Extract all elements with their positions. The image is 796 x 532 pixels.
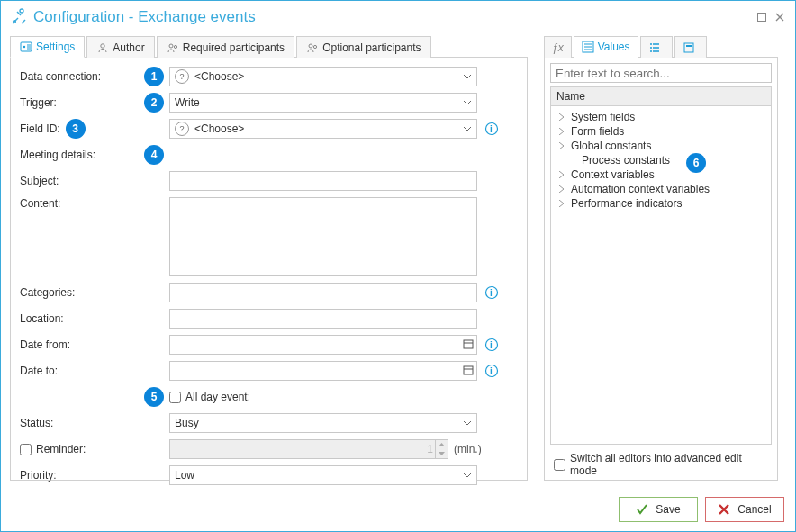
select-value: Low xyxy=(175,469,194,482)
svg-point-7 xyxy=(174,45,176,48)
svg-point-8 xyxy=(309,44,312,48)
label-date-from: Date from: xyxy=(20,338,144,351)
tab-settings[interactable]: Settings xyxy=(10,36,85,58)
svg-point-6 xyxy=(169,44,173,48)
calendar-icon[interactable] xyxy=(460,338,476,352)
tree-label: Performance indicators xyxy=(571,197,682,210)
checkbox-label: All day event: xyxy=(185,391,250,403)
required-participants-icon xyxy=(167,41,179,54)
subject-input[interactable] xyxy=(169,171,477,191)
info-icon[interactable]: i xyxy=(484,122,499,136)
spinner-up[interactable] xyxy=(435,440,448,449)
data-connection-select[interactable]: ?<Choose> xyxy=(169,67,477,86)
info-icon[interactable]: i xyxy=(484,285,499,300)
field-id-select[interactable]: ?<Choose> xyxy=(169,119,477,139)
date-to-input[interactable] xyxy=(169,361,477,381)
tree-node[interactable]: Context variables xyxy=(553,167,769,182)
select-value: <Choose> xyxy=(194,70,244,83)
tree-label: Automation context variables xyxy=(571,183,710,195)
maximize-button[interactable] xyxy=(755,11,768,23)
svg-rect-17 xyxy=(464,366,473,374)
svg-text:i: i xyxy=(490,366,493,376)
all-day-event-checkbox[interactable]: All day event: xyxy=(169,391,250,403)
svg-rect-21 xyxy=(684,43,693,52)
svg-point-9 xyxy=(314,45,317,48)
tree-node[interactable]: System fields xyxy=(553,110,769,124)
info-icon[interactable]: i xyxy=(484,364,499,378)
location-input[interactable] xyxy=(169,309,477,329)
label-data-connection: Data connection: xyxy=(20,70,144,83)
tab-label: Required participants xyxy=(183,41,285,54)
search-input[interactable] xyxy=(550,63,772,83)
select-value: Write xyxy=(175,96,200,109)
settings-tab-icon xyxy=(20,41,32,53)
help-icon: ? xyxy=(175,69,189,84)
close-button[interactable] xyxy=(773,11,786,23)
tab-list[interactable] xyxy=(640,36,673,58)
cross-icon xyxy=(718,503,730,516)
tree-label: Form fields xyxy=(571,125,624,138)
priority-select[interactable]: Low xyxy=(169,465,477,485)
label-content: Content: xyxy=(20,197,144,210)
check-icon xyxy=(636,503,648,516)
expand-icon[interactable] xyxy=(556,140,567,151)
select-value: <Choose> xyxy=(194,122,244,135)
tab-optional-participants[interactable]: Optional participants xyxy=(296,36,430,58)
reminder-checkbox[interactable]: Reminder: xyxy=(20,443,144,455)
callout-3: 3 xyxy=(66,119,86,139)
reminder-unit: (min.) xyxy=(454,443,482,455)
tree-node[interactable]: Global constants xyxy=(553,139,769,153)
svg-point-5 xyxy=(101,43,104,47)
chevron-down-icon xyxy=(464,473,471,480)
checkbox-label: Reminder: xyxy=(36,443,86,455)
tree-node[interactable]: Automation context variables xyxy=(553,182,769,196)
tab-fx[interactable]: ƒx xyxy=(544,36,572,58)
titlebar: Configuration - Exchange events xyxy=(10,8,786,26)
svg-point-0 xyxy=(20,9,23,13)
svg-rect-22 xyxy=(686,45,692,47)
values-tree: 6 System fields Form fields Global const… xyxy=(550,106,772,445)
fx-icon: ƒx xyxy=(552,41,564,54)
tree-label: Global constants xyxy=(571,140,651,152)
callout-4: 4 xyxy=(144,145,164,165)
callout-1: 1 xyxy=(144,67,164,86)
content-textarea[interactable] xyxy=(169,197,477,276)
categories-input[interactable] xyxy=(169,283,477,302)
trigger-select[interactable]: Write xyxy=(169,93,477,113)
tab-label: Optional participants xyxy=(322,41,421,54)
button-label: Save xyxy=(656,503,680,516)
label-priority: Priority: xyxy=(20,469,144,482)
tab-author[interactable]: Author xyxy=(86,36,154,58)
chevron-down-icon xyxy=(464,420,471,428)
calendar-icon[interactable] xyxy=(460,365,476,378)
cancel-button[interactable]: Cancel xyxy=(705,497,784,522)
svg-text:i: i xyxy=(490,124,493,134)
spinner-down[interactable] xyxy=(435,449,448,458)
label-status: Status: xyxy=(20,417,144,429)
label-location: Location: xyxy=(20,312,144,325)
author-tab-icon xyxy=(96,41,109,54)
chevron-down-icon xyxy=(464,74,471,81)
save-button[interactable]: Save xyxy=(619,497,698,522)
expand-icon[interactable] xyxy=(556,169,567,180)
advanced-mode-checkbox[interactable]: Switch all editors into advanced edit mo… xyxy=(550,452,772,477)
left-tabs: Settings Author Required participants Op… xyxy=(10,35,528,58)
tree-node[interactable]: Form fields xyxy=(553,124,769,139)
info-icon[interactable]: i xyxy=(484,338,499,352)
tab-required-participants[interactable]: Required participants xyxy=(157,36,294,58)
tree-node[interactable]: Process constants xyxy=(553,153,769,167)
tab-form[interactable] xyxy=(674,36,707,58)
date-from-input[interactable] xyxy=(169,335,477,355)
label-subject: Subject: xyxy=(20,175,144,187)
expand-icon[interactable] xyxy=(556,112,567,122)
expand-icon[interactable] xyxy=(556,184,567,194)
status-select[interactable]: Busy xyxy=(169,413,477,433)
expand-icon[interactable] xyxy=(556,126,567,137)
svg-text:i: i xyxy=(490,340,493,350)
label-categories: Categories: xyxy=(20,286,144,299)
help-icon: ? xyxy=(175,122,189,136)
tree-node[interactable]: Performance indicators xyxy=(553,196,769,211)
tab-label: Author xyxy=(113,41,144,54)
tab-values[interactable]: Values xyxy=(574,36,638,58)
expand-icon[interactable] xyxy=(556,198,567,209)
